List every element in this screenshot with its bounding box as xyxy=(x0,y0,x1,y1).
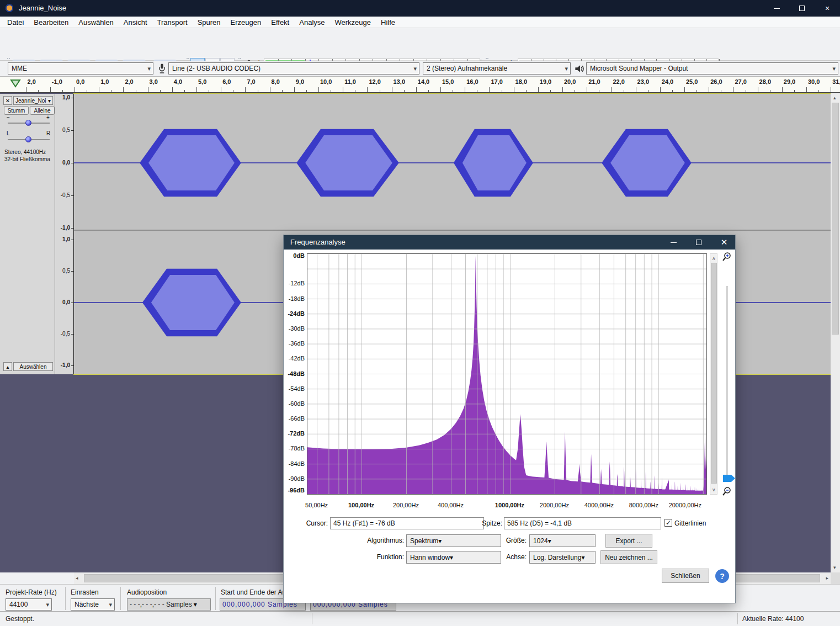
chevron-down-icon: ▾ xyxy=(565,65,568,72)
minimize-button[interactable] xyxy=(764,0,789,17)
size-select[interactable]: 1024▾ xyxy=(529,534,596,547)
menu-transport[interactable]: Transport xyxy=(152,17,193,28)
audio-position-label: Audioposition xyxy=(127,588,167,596)
db-axis-labels: 0dB-12dB-18dB-24dB-30dB-36dB-42dB-48dB-5… xyxy=(284,253,306,495)
timeline-label: 21,0 xyxy=(588,78,600,85)
timeline-tick xyxy=(367,87,368,92)
timeline-minor-tick xyxy=(526,90,527,92)
mute-button[interactable]: Stumm xyxy=(4,106,29,115)
timeline-minor-tick xyxy=(306,90,307,92)
timeline-label: 0,0 xyxy=(76,78,84,85)
maximize-icon xyxy=(696,240,701,245)
scroll-down-icon[interactable]: ▾ xyxy=(833,565,836,570)
menu-datei[interactable]: Datei xyxy=(2,17,29,28)
plot-zoom-slider[interactable] xyxy=(726,286,728,480)
timeline-tick xyxy=(440,87,441,92)
axis-select[interactable]: Log. Darstellung▾ xyxy=(529,551,596,564)
dialog-titlebar[interactable]: Frequenzanalyse ✕ xyxy=(284,235,735,250)
redraw-button[interactable]: Neu zeichnen ... xyxy=(600,550,657,564)
solo-button[interactable]: Alleine xyxy=(30,106,55,115)
menu-effekt[interactable]: Effekt xyxy=(266,17,294,28)
menu-ansicht[interactable]: Ansicht xyxy=(119,17,152,28)
db-tick-label: -30dB xyxy=(284,325,305,332)
timeline-minor-tick xyxy=(477,90,477,92)
timeline-minor-tick xyxy=(136,90,136,92)
track-format-line1: Stereo, 44100Hz xyxy=(4,149,46,155)
timeline-minor-tick xyxy=(355,90,355,92)
timeline-minor-tick xyxy=(721,90,721,92)
titlebar: Jeannie_Noise × xyxy=(0,0,840,17)
help-icon: ? xyxy=(720,572,725,581)
plot-zoom-in-icon[interactable] xyxy=(722,252,732,262)
input-device-select[interactable]: Line (2- USB AUDIO CODEC)▾ xyxy=(168,62,419,75)
track-close-button[interactable]: ✕ xyxy=(3,96,12,105)
divider xyxy=(65,587,66,610)
vertical-ruler[interactable]: 1,00,50,0-0,5-1,01,00,50,0-0,5-1,0 xyxy=(55,94,74,374)
scroll-up-icon[interactable]: ᴧ xyxy=(713,256,715,261)
plot-scroll-thumb[interactable] xyxy=(711,263,717,484)
menu-spuren[interactable]: Spuren xyxy=(193,17,226,28)
track-name-menu[interactable]: Jeannie_Noi▾ xyxy=(13,96,53,105)
track-select-button[interactable]: Auswählen xyxy=(13,362,53,371)
audio-host-select[interactable]: MME▾ xyxy=(8,62,153,75)
export-button[interactable]: Export ... xyxy=(605,534,652,548)
output-device-select[interactable]: Microsoft Sound Mapper - Output▾ xyxy=(586,62,838,75)
timeline-label: 9,0 xyxy=(296,78,304,85)
scrollbar-corner xyxy=(831,572,840,584)
amplitude-tick xyxy=(71,130,73,131)
cursor-field[interactable]: 45 Hz (F♯1) = -76 dB xyxy=(330,517,484,529)
chevron-down-icon: ▾ xyxy=(413,65,417,72)
vertical-scroll-thumb[interactable] xyxy=(832,103,839,335)
scroll-up-icon[interactable]: ▴ xyxy=(833,95,836,100)
scroll-right-icon[interactable]: ▸ xyxy=(826,575,828,581)
frequency-tick-label: 4000,00Hz xyxy=(584,502,614,508)
menu-erzeugen[interactable]: Erzeugen xyxy=(226,17,267,28)
project-rate-select[interactable]: 44100▾ xyxy=(6,598,52,611)
play-pin-icon[interactable] xyxy=(10,79,21,88)
close-dialog-button[interactable]: Schließen xyxy=(662,569,709,583)
timeline-label: 2,0 xyxy=(125,78,133,85)
timeline-ruler[interactable]: 2,0-1,00,01,02,03,04,05,06,07,08,09,010,… xyxy=(0,77,840,93)
menu-bearbeiten[interactable]: Bearbeiten xyxy=(29,17,73,28)
timeline-tick xyxy=(294,87,295,92)
plot-scrollbar[interactable]: ᴧ ᴠ xyxy=(710,253,717,495)
spectrum-plot[interactable] xyxy=(307,253,707,495)
pan-slider-thumb[interactable] xyxy=(25,136,31,142)
menu-werkzeuge[interactable]: Werkzeuge xyxy=(330,17,376,28)
menu-analyse[interactable]: Analyse xyxy=(294,17,329,28)
dialog-close-button[interactable]: ✕ xyxy=(715,235,733,250)
dialog-minimize-button[interactable] xyxy=(664,235,682,250)
gridlines-checkbox[interactable]: ✓ xyxy=(664,519,672,527)
input-device-value: Line (2- USB AUDIO CODEC) xyxy=(172,65,260,72)
gain-slider-thumb[interactable] xyxy=(25,120,31,126)
frequency-tick-label: 200,00Hz xyxy=(393,502,419,508)
track-collapse-button[interactable]: ▴ xyxy=(3,362,12,371)
menu-hilfe[interactable]: Hilfe xyxy=(376,17,400,28)
maximize-button[interactable] xyxy=(789,0,815,17)
db-tick-label: -12dB xyxy=(284,280,305,287)
db-tick-label: -60dB xyxy=(284,400,305,407)
plot-zoom-out-icon[interactable] xyxy=(722,486,732,496)
scroll-down-icon[interactable]: ᴠ xyxy=(713,487,715,492)
db-tick-label: -90dB xyxy=(284,475,305,482)
vertical-scrollbar[interactable]: ▴ ▾ xyxy=(831,93,840,572)
amplitude-label: -1,0 xyxy=(61,225,70,231)
plot-zoom-slider-thumb[interactable] xyxy=(723,475,735,482)
size-value: 1024 xyxy=(533,537,548,545)
peak-field[interactable]: 585 Hz (D5) = -4,1 dB xyxy=(504,517,661,529)
snap-select[interactable]: Nächste▾ xyxy=(71,598,115,611)
audio-position-field[interactable]: - - -,- - -,- - - Samples▾ xyxy=(127,598,211,611)
timeline-minor-tick xyxy=(38,90,39,92)
menu-auswählen[interactable]: Auswählen xyxy=(73,17,119,28)
spectrum-chart[interactable] xyxy=(307,254,706,494)
cursor-label: Cursor: xyxy=(300,519,328,527)
dialog-maximize-button[interactable] xyxy=(690,235,708,250)
function-select[interactable]: Hann window▾ xyxy=(406,551,501,564)
algorithm-select[interactable]: Spektrum▾ xyxy=(406,534,501,547)
input-channels-select[interactable]: 2 (Stereo) Aufnahmekanäle▾ xyxy=(423,62,571,75)
gain-minus-label: − xyxy=(7,114,10,120)
help-button[interactable]: ? xyxy=(715,569,729,583)
close-button[interactable]: × xyxy=(815,0,840,17)
scroll-left-icon[interactable]: ◂ xyxy=(76,575,78,581)
timeline-tick xyxy=(831,87,831,92)
